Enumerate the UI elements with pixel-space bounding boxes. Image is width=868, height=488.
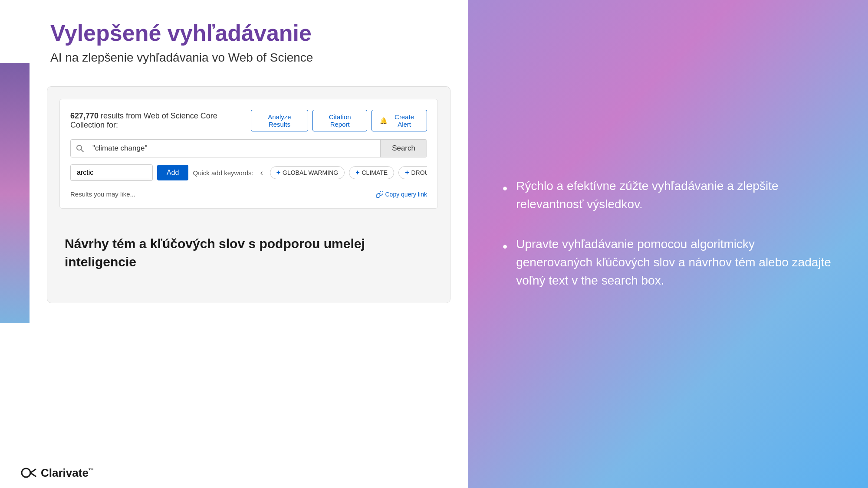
- quick-add-row: Arctic Arctic Alaska Arctic "and" Antarc…: [70, 164, 427, 181]
- analyze-results-button[interactable]: Analyze Results: [251, 110, 309, 131]
- search-icon-wrap: [71, 140, 89, 157]
- svg-point-2: [22, 468, 30, 477]
- keyword-chip-drought[interactable]: + DROUGHT: [398, 166, 427, 179]
- clarivate-logo-icon: [21, 465, 36, 481]
- bullet-list: Rýchlo a efektívne zúžte vyhľadávanie a …: [503, 177, 833, 311]
- logo-text: Clarivate™: [41, 466, 94, 480]
- quick-add-label: Quick add keywords:: [193, 169, 253, 177]
- search-input[interactable]: [89, 140, 380, 157]
- keyword-chip-climate[interactable]: + CLIMATE: [349, 166, 394, 179]
- bullet-item-2: Upravte vyhľadávanie pomocou algoritmick…: [503, 235, 833, 290]
- browser-inner: 627,770 results from Web of Science Core…: [59, 99, 438, 209]
- left-accent-bar: [0, 63, 30, 323]
- create-alert-button[interactable]: 🔔 Create Alert: [372, 110, 427, 131]
- clarivate-logo: Clarivate™: [21, 465, 94, 481]
- prev-keyword-arrow[interactable]: ‹: [258, 167, 266, 179]
- main-content: Vylepšené vyhľadávanie AI na zlepšenie v…: [30, 0, 468, 488]
- arctic-input[interactable]: [70, 164, 153, 181]
- add-button[interactable]: Add: [157, 165, 188, 180]
- results-bar: 627,770 results from Web of Science Core…: [70, 110, 427, 131]
- right-panel: Rýchlo a efektívne zúžte vyhľadávanie a …: [468, 0, 868, 488]
- results-count: 627,770 results from Web of Science Core…: [70, 111, 251, 130]
- arctic-input-wrap: Arctic Arctic Alaska Arctic "and" Antarc…: [70, 164, 153, 181]
- footer: Clarivate™: [0, 458, 468, 488]
- results-like-row: Results you may like... Copy query link: [70, 187, 427, 198]
- browser-mockup: 627,770 results from Web of Science Core…: [47, 86, 450, 303]
- svg-line-1: [81, 150, 83, 152]
- search-icon: [76, 144, 84, 152]
- link-icon: [376, 191, 383, 198]
- results-like-text: Results you may like...: [70, 190, 135, 198]
- header: Vylepšené vyhľadávanie AI na zlepšenie v…: [30, 0, 468, 73]
- search-button[interactable]: Search: [380, 140, 427, 157]
- proposal-text: Návrhy tém a kľúčových slov s podporou u…: [65, 235, 433, 271]
- citation-report-button[interactable]: Citation Report: [312, 110, 367, 131]
- bullet-item-1: Rýchlo a efektívne zúžte vyhľadávanie a …: [503, 177, 833, 213]
- page-title: Vylepšené vyhľadávanie: [50, 21, 447, 46]
- search-row: Search: [70, 139, 427, 157]
- results-buttons: Analyze Results Citation Report 🔔 Create…: [251, 110, 427, 131]
- copy-query-link[interactable]: Copy query link: [376, 191, 427, 198]
- keyword-chip-global-warming[interactable]: + GLOBAL WARMING: [270, 166, 345, 179]
- bell-icon: 🔔: [380, 117, 387, 124]
- page-subtitle: AI na zlepšenie vyhľadávania vo Web of S…: [50, 51, 447, 65]
